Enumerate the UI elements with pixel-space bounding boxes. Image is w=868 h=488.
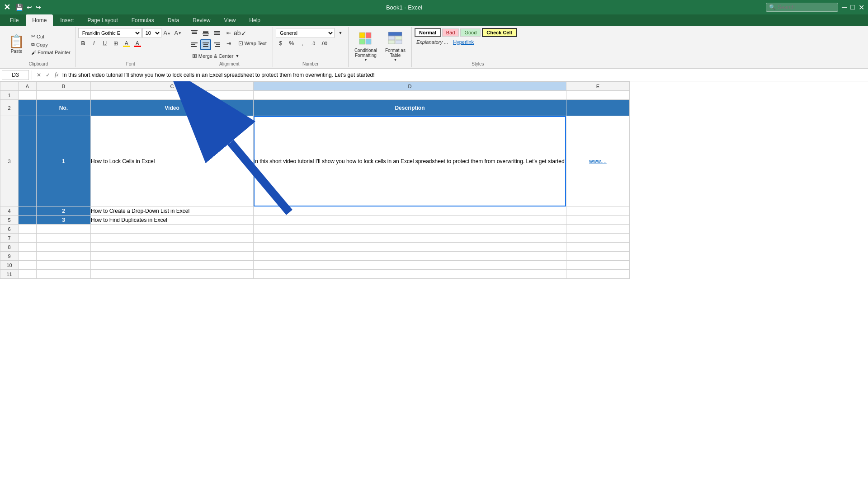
align-left-button[interactable] [189,39,200,50]
cell-c5[interactable]: How to Find Duplicates in Excel [91,216,254,225]
orientation-button[interactable]: ab↙ [235,28,245,38]
increase-indent-button[interactable]: ⇥ [224,38,234,48]
cell-d7[interactable] [254,234,566,243]
cell-d9[interactable] [254,252,566,261]
cell-a10[interactable] [19,261,37,270]
cell-e9[interactable] [566,252,629,261]
tab-data[interactable]: Data [161,14,185,26]
cell-b7[interactable] [37,234,91,243]
cell-d11[interactable] [254,270,566,279]
cell-e8[interactable] [566,243,629,252]
cell-d3[interactable]: In this short video tutorial I'll show y… [254,116,566,206]
maximize-button[interactable]: □ [850,3,855,11]
quick-access-redo[interactable]: ↪ [36,4,41,11]
style-explanatory[interactable]: Explanatory ... [415,38,450,46]
cell-d6[interactable] [254,225,566,234]
cell-d10[interactable] [254,261,566,270]
tab-help[interactable]: Help [243,14,267,26]
cell-e10[interactable] [566,261,629,270]
cell-a3[interactable] [19,116,37,206]
underline-button[interactable]: U [100,38,110,48]
tab-page-layout[interactable]: Page Layout [81,14,124,26]
border-button[interactable]: ⊞ [111,38,121,48]
comma-button[interactable]: , [297,38,307,48]
formula-input[interactable] [62,70,866,80]
col-header-e[interactable]: E [566,82,629,91]
insert-function-icon[interactable]: fx [53,70,61,79]
cell-c10[interactable] [91,261,254,270]
conditional-formatting-button[interactable]: Conditional Formatting ▼ [351,30,380,63]
cell-a4[interactable] [19,206,37,216]
number-format-expand[interactable]: ▼ [335,28,345,38]
spreadsheet-scroll[interactable]: A B C D E 1 2 [0,81,868,279]
style-normal[interactable]: Normal [415,28,441,37]
tab-home[interactable]: Home [26,14,53,26]
quick-access-undo[interactable]: ↩ [27,4,32,11]
cell-c3[interactable]: How to Lock Cells in Excel [91,116,254,206]
cell-b10[interactable] [37,261,91,270]
style-hyperlink[interactable]: Hyperlink [451,38,476,46]
cell-reference-box[interactable] [2,70,29,80]
cell-c2[interactable]: Video [91,100,254,116]
cell-e5[interactable] [566,216,629,225]
cell-b11[interactable] [37,270,91,279]
col-header-b[interactable]: B [37,82,91,91]
cell-a8[interactable] [19,243,37,252]
cell-c6[interactable] [91,225,254,234]
cell-b8[interactable] [37,243,91,252]
cell-a7[interactable] [19,234,37,243]
cell-e2[interactable] [566,100,629,116]
cell-b2[interactable]: No. [37,100,91,116]
italic-button[interactable]: I [89,38,99,48]
format-as-table-button[interactable]: Format as Table ▼ [382,30,409,63]
minimize-button[interactable]: ─ [842,3,847,11]
fill-color-button[interactable]: A [122,38,132,48]
increase-font-button[interactable]: A▲ [162,28,172,38]
increase-decimal-button[interactable]: .00 [319,38,329,48]
decrease-font-button[interactable]: A▼ [173,28,183,38]
cell-e4[interactable] [566,206,629,216]
tab-file[interactable]: File [4,14,25,26]
currency-button[interactable]: $ [276,38,286,48]
percent-button[interactable]: % [287,38,297,48]
style-check-cell[interactable]: Check Cell [482,28,516,37]
cancel-formula-icon[interactable]: ✕ [35,71,43,79]
align-center-button[interactable] [200,39,211,50]
cell-e11[interactable] [566,270,629,279]
decrease-decimal-button[interactable]: .0 [308,38,318,48]
cell-e7[interactable] [566,234,629,243]
quick-access-save[interactable]: 💾 [15,4,23,11]
align-bottom-button[interactable] [212,28,222,39]
cell-b3[interactable]: 1 [37,116,91,206]
font-color-button[interactable]: A [132,38,142,48]
cell-b5[interactable]: 3 [37,216,91,225]
col-header-d[interactable]: D [254,82,566,91]
cell-e6[interactable] [566,225,629,234]
cell-d8[interactable] [254,243,566,252]
tab-view[interactable]: View [218,14,242,26]
col-header-c[interactable]: C [91,82,254,91]
cell-c8[interactable] [91,243,254,252]
cell-b6[interactable] [37,225,91,234]
cell-c1[interactable] [91,91,254,100]
tab-review[interactable]: Review [186,14,217,26]
cell-b4[interactable]: 2 [37,206,91,216]
tab-insert[interactable]: Insert [54,14,80,26]
bold-button[interactable]: B [78,38,88,48]
cell-a6[interactable] [19,225,37,234]
cell-d5[interactable] [254,216,566,225]
cell-b1[interactable] [37,91,91,100]
close-button[interactable]: ✕ [859,3,864,12]
wrap-text-button[interactable]: ⊡ Wrap Text [235,38,270,48]
cell-d4[interactable] [254,206,566,216]
style-good[interactable]: Good [460,28,481,37]
style-bad[interactable]: Bad [442,28,459,37]
merge-center-button[interactable]: ⊞ Merge & Center ▼ [189,51,243,61]
col-header-a[interactable]: A [19,82,37,91]
tab-formulas[interactable]: Formulas [125,14,160,26]
merge-dropdown-icon[interactable]: ▼ [235,54,239,58]
cell-c4[interactable]: How to Create a Drop-Down List in Excel [91,206,254,216]
cell-a9[interactable] [19,252,37,261]
confirm-formula-icon[interactable]: ✓ [44,71,52,79]
align-middle-button[interactable] [200,28,211,39]
